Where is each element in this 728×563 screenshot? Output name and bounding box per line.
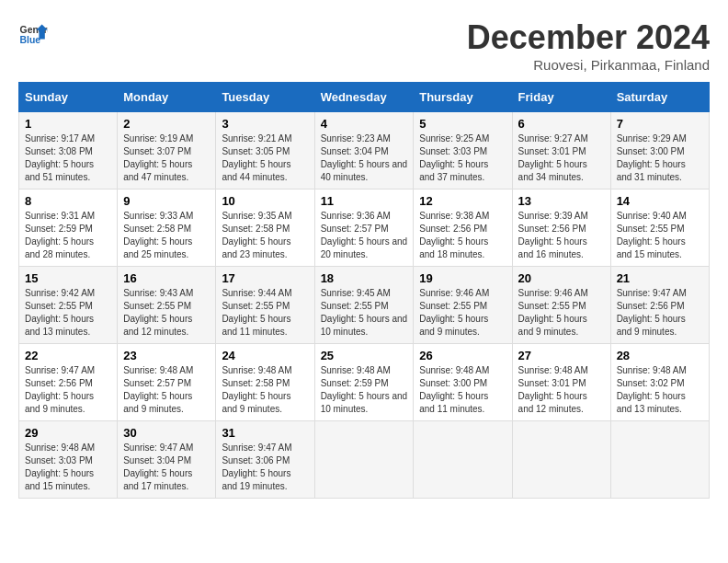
page-header: General Blue General Blue December 2024 … [18, 18, 710, 73]
day-info: Sunrise: 9:25 AM Sunset: 3:03 PM Dayligh… [419, 132, 506, 184]
calendar-cell: 2 Sunrise: 9:19 AM Sunset: 3:07 PM Dayli… [118, 112, 216, 190]
calendar-cell: 5 Sunrise: 9:25 AM Sunset: 3:03 PM Dayli… [414, 112, 512, 190]
day-info: Sunrise: 9:48 AM Sunset: 2:59 PM Dayligh… [321, 364, 408, 416]
day-info: Sunrise: 9:38 AM Sunset: 2:56 PM Dayligh… [419, 210, 506, 261]
day-number: 2 [123, 117, 210, 131]
calendar-cell: 16 Sunrise: 9:43 AM Sunset: 2:55 PM Dayl… [118, 267, 216, 344]
weekday-header-monday: Monday [118, 83, 216, 112]
calendar-cell: 15 Sunrise: 9:42 AM Sunset: 2:55 PM Dayl… [19, 267, 118, 344]
calendar-cell: 26 Sunrise: 9:48 AM Sunset: 3:00 PM Dayl… [414, 344, 512, 421]
day-number: 18 [321, 271, 408, 285]
day-number: 19 [419, 271, 506, 285]
calendar-cell: 23 Sunrise: 9:48 AM Sunset: 2:57 PM Dayl… [118, 344, 216, 421]
calendar-cell: 19 Sunrise: 9:46 AM Sunset: 2:55 PM Dayl… [414, 267, 512, 344]
day-number: 25 [321, 349, 408, 362]
day-info: Sunrise: 9:48 AM Sunset: 3:01 PM Dayligh… [518, 364, 605, 416]
day-info: Sunrise: 9:23 AM Sunset: 3:04 PM Dayligh… [321, 132, 408, 184]
calendar-cell: 28 Sunrise: 9:48 AM Sunset: 3:02 PM Dayl… [610, 344, 709, 421]
calendar-cell: 20 Sunrise: 9:46 AM Sunset: 2:55 PM Dayl… [512, 267, 610, 344]
calendar-header-row: SundayMondayTuesdayWednesdayThursdayFrid… [19, 83, 710, 112]
day-info: Sunrise: 9:47 AM Sunset: 2:56 PM Dayligh… [25, 364, 111, 416]
calendar-cell: 17 Sunrise: 9:44 AM Sunset: 2:55 PM Dayl… [216, 267, 314, 344]
location: Ruovesi, Pirkanmaa, Finland [467, 57, 710, 73]
calendar-week-5: 29 Sunrise: 9:48 AM Sunset: 3:03 PM Dayl… [19, 421, 710, 499]
day-info: Sunrise: 9:48 AM Sunset: 3:00 PM Dayligh… [419, 364, 506, 416]
day-number: 17 [222, 271, 308, 285]
calendar-cell: 9 Sunrise: 9:33 AM Sunset: 2:58 PM Dayli… [118, 190, 216, 267]
day-info: Sunrise: 9:46 AM Sunset: 2:55 PM Dayligh… [518, 287, 605, 339]
day-number: 1 [25, 117, 111, 131]
calendar-cell: 29 Sunrise: 9:48 AM Sunset: 3:03 PM Dayl… [19, 421, 118, 499]
calendar-cell: 12 Sunrise: 9:38 AM Sunset: 2:56 PM Dayl… [414, 190, 512, 267]
weekday-header-sunday: Sunday [19, 83, 118, 112]
day-info: Sunrise: 9:45 AM Sunset: 2:55 PM Dayligh… [321, 287, 408, 339]
day-number: 24 [222, 349, 308, 362]
day-number: 20 [518, 271, 605, 285]
day-info: Sunrise: 9:46 AM Sunset: 2:55 PM Dayligh… [419, 287, 506, 339]
day-number: 5 [419, 117, 506, 131]
title-block: December 2024 Ruovesi, Pirkanmaa, Finlan… [467, 18, 710, 73]
calendar-cell: 13 Sunrise: 9:39 AM Sunset: 2:56 PM Dayl… [512, 190, 610, 267]
day-number: 8 [25, 194, 111, 208]
day-info: Sunrise: 9:17 AM Sunset: 3:08 PM Dayligh… [25, 132, 111, 184]
calendar-cell [414, 421, 512, 499]
day-info: Sunrise: 9:40 AM Sunset: 2:55 PM Dayligh… [617, 210, 703, 261]
day-info: Sunrise: 9:19 AM Sunset: 3:07 PM Dayligh… [123, 132, 210, 184]
day-info: Sunrise: 9:48 AM Sunset: 3:03 PM Dayligh… [25, 442, 111, 493]
calendar-cell: 4 Sunrise: 9:23 AM Sunset: 3:04 PM Dayli… [314, 112, 414, 190]
calendar-cell: 22 Sunrise: 9:47 AM Sunset: 2:56 PM Dayl… [19, 344, 118, 421]
day-info: Sunrise: 9:47 AM Sunset: 2:56 PM Dayligh… [617, 287, 703, 339]
day-info: Sunrise: 9:39 AM Sunset: 2:56 PM Dayligh… [518, 210, 605, 261]
day-info: Sunrise: 9:47 AM Sunset: 3:04 PM Dayligh… [123, 442, 210, 493]
day-info: Sunrise: 9:27 AM Sunset: 3:01 PM Dayligh… [518, 132, 605, 184]
calendar-cell: 27 Sunrise: 9:48 AM Sunset: 3:01 PM Dayl… [512, 344, 610, 421]
day-info: Sunrise: 9:36 AM Sunset: 2:57 PM Dayligh… [321, 210, 408, 261]
day-info: Sunrise: 9:42 AM Sunset: 2:55 PM Dayligh… [25, 287, 111, 339]
day-info: Sunrise: 9:35 AM Sunset: 2:58 PM Dayligh… [222, 210, 308, 261]
day-info: Sunrise: 9:43 AM Sunset: 2:55 PM Dayligh… [123, 287, 210, 339]
day-info: Sunrise: 9:48 AM Sunset: 3:02 PM Dayligh… [617, 364, 703, 416]
calendar-cell: 8 Sunrise: 9:31 AM Sunset: 2:59 PM Dayli… [19, 190, 118, 267]
day-number: 15 [25, 271, 111, 285]
day-number: 21 [617, 271, 703, 285]
calendar-cell [512, 421, 610, 499]
calendar-cell: 3 Sunrise: 9:21 AM Sunset: 3:05 PM Dayli… [216, 112, 314, 190]
day-number: 30 [123, 426, 210, 440]
day-number: 4 [321, 117, 408, 131]
day-info: Sunrise: 9:31 AM Sunset: 2:59 PM Dayligh… [25, 210, 111, 261]
calendar-cell: 10 Sunrise: 9:35 AM Sunset: 2:58 PM Dayl… [216, 190, 314, 267]
day-number: 11 [321, 194, 408, 208]
calendar-cell: 7 Sunrise: 9:29 AM Sunset: 3:00 PM Dayli… [610, 112, 709, 190]
weekday-header-wednesday: Wednesday [314, 83, 414, 112]
weekday-header-thursday: Thursday [414, 83, 512, 112]
calendar-cell: 30 Sunrise: 9:47 AM Sunset: 3:04 PM Dayl… [118, 421, 216, 499]
day-number: 22 [25, 349, 111, 362]
calendar-cell: 25 Sunrise: 9:48 AM Sunset: 2:59 PM Dayl… [314, 344, 414, 421]
day-info: Sunrise: 9:48 AM Sunset: 2:58 PM Dayligh… [222, 364, 308, 416]
calendar-cell: 6 Sunrise: 9:27 AM Sunset: 3:01 PM Dayli… [512, 112, 610, 190]
day-number: 12 [419, 194, 506, 208]
weekday-header-friday: Friday [512, 83, 610, 112]
calendar-cell: 14 Sunrise: 9:40 AM Sunset: 2:55 PM Dayl… [610, 190, 709, 267]
calendar-cell [610, 421, 709, 499]
svg-text:Blue: Blue [20, 35, 41, 45]
calendar-cell: 11 Sunrise: 9:36 AM Sunset: 2:57 PM Dayl… [314, 190, 414, 267]
day-number: 29 [25, 426, 111, 440]
day-number: 3 [222, 117, 308, 131]
month-title: December 2024 [467, 18, 710, 57]
calendar-cell: 31 Sunrise: 9:47 AM Sunset: 3:06 PM Dayl… [216, 421, 314, 499]
day-number: 9 [123, 194, 210, 208]
calendar-week-2: 8 Sunrise: 9:31 AM Sunset: 2:59 PM Dayli… [19, 190, 710, 267]
calendar-cell: 21 Sunrise: 9:47 AM Sunset: 2:56 PM Dayl… [610, 267, 709, 344]
day-number: 27 [518, 349, 605, 362]
day-info: Sunrise: 9:48 AM Sunset: 2:57 PM Dayligh… [123, 364, 210, 416]
calendar-cell: 1 Sunrise: 9:17 AM Sunset: 3:08 PM Dayli… [19, 112, 118, 190]
day-number: 14 [617, 194, 703, 208]
calendar-cell [314, 421, 414, 499]
day-number: 16 [123, 271, 210, 285]
weekday-header-tuesday: Tuesday [216, 83, 314, 112]
day-info: Sunrise: 9:29 AM Sunset: 3:00 PM Dayligh… [617, 132, 703, 184]
calendar-cell: 24 Sunrise: 9:48 AM Sunset: 2:58 PM Dayl… [216, 344, 314, 421]
weekday-header-saturday: Saturday [610, 83, 709, 112]
day-number: 28 [617, 349, 703, 362]
